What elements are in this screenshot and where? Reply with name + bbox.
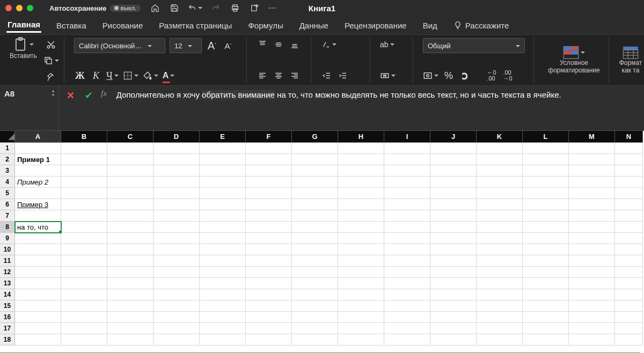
cell[interactable] — [523, 244, 569, 255]
cell[interactable] — [615, 312, 643, 323]
cell[interactable] — [200, 300, 246, 312]
cell[interactable] — [107, 176, 153, 188]
cell[interactable] — [615, 323, 643, 334]
fx-icon[interactable]: fx — [101, 89, 107, 98]
cell[interactable] — [615, 244, 643, 255]
cell[interactable] — [107, 255, 153, 267]
cell[interactable] — [15, 143, 61, 154]
tab-draw[interactable]: Рисование — [101, 19, 144, 32]
cell[interactable] — [292, 312, 338, 323]
cell[interactable]: на то, что — [15, 222, 61, 233]
cell[interactable] — [384, 222, 430, 233]
save-icon[interactable] — [169, 2, 180, 14]
cell[interactable]: Пример 1 — [15, 154, 61, 165]
home-icon[interactable] — [149, 2, 161, 14]
cell[interactable] — [292, 176, 338, 188]
cell[interactable] — [430, 255, 477, 267]
row-header[interactable]: 17 — [0, 323, 15, 334]
cell[interactable] — [569, 267, 615, 278]
column-header[interactable]: M — [569, 131, 615, 143]
cell[interactable] — [200, 199, 246, 210]
cell[interactable] — [477, 267, 523, 278]
tab-insert[interactable]: Вставка — [55, 19, 87, 32]
window-close-icon[interactable] — [5, 5, 12, 11]
cell[interactable] — [384, 334, 430, 345]
cell[interactable] — [15, 188, 61, 199]
cell[interactable] — [292, 289, 338, 300]
decrease-decimal-button[interactable]: .00→0 — [502, 69, 514, 82]
row-header[interactable]: 12 — [0, 267, 15, 278]
cell[interactable] — [107, 267, 153, 278]
cell[interactable] — [569, 199, 615, 210]
cell[interactable] — [61, 188, 107, 199]
cell[interactable] — [292, 267, 338, 278]
row-header[interactable]: 18 — [0, 334, 15, 345]
cell[interactable] — [430, 154, 477, 165]
cell[interactable] — [569, 143, 615, 154]
more-icon[interactable]: ⋯ — [268, 4, 276, 12]
cell[interactable] — [430, 165, 477, 176]
cell[interactable] — [246, 210, 292, 222]
cell[interactable] — [107, 300, 153, 312]
tab-home[interactable]: Главная — [6, 18, 41, 33]
conditional-formatting-button[interactable] — [563, 46, 585, 59]
cell[interactable] — [523, 199, 569, 210]
cell[interactable] — [338, 267, 384, 278]
row-header[interactable]: 11 — [0, 255, 15, 267]
cell[interactable] — [615, 154, 643, 165]
paste-button[interactable] — [13, 38, 34, 51]
cell[interactable] — [430, 267, 477, 278]
row-header[interactable]: 14 — [0, 289, 15, 300]
cell[interactable] — [523, 165, 569, 176]
cell[interactable] — [107, 312, 153, 323]
cell[interactable] — [569, 165, 615, 176]
select-all-corner[interactable] — [0, 131, 15, 143]
cell[interactable] — [430, 188, 477, 199]
cell[interactable] — [153, 300, 200, 312]
cell[interactable] — [569, 176, 615, 188]
cell[interactable] — [477, 176, 523, 188]
cell[interactable] — [615, 188, 643, 199]
cell[interactable] — [292, 255, 338, 267]
cell[interactable] — [246, 255, 292, 267]
cell[interactable] — [477, 165, 523, 176]
cell[interactable] — [292, 323, 338, 334]
cell[interactable] — [569, 222, 615, 233]
cell[interactable] — [430, 222, 477, 233]
cell[interactable]: Пример 2 — [15, 176, 61, 188]
cell[interactable] — [61, 244, 107, 255]
cell[interactable] — [523, 143, 569, 154]
cell[interactable] — [15, 334, 61, 345]
cell[interactable] — [107, 233, 153, 244]
column-header[interactable]: C — [107, 131, 153, 143]
share-icon[interactable] — [248, 2, 260, 14]
cell[interactable] — [569, 255, 615, 267]
cell[interactable] — [200, 312, 246, 323]
cell[interactable] — [246, 222, 292, 233]
cell[interactable] — [61, 267, 107, 278]
cell[interactable] — [15, 312, 61, 323]
align-bottom-button[interactable] — [289, 38, 301, 51]
cell[interactable] — [569, 289, 615, 300]
row-header[interactable]: 7 — [0, 210, 15, 222]
cell[interactable] — [477, 323, 523, 334]
row-header[interactable]: 15 — [0, 300, 15, 312]
cell[interactable] — [569, 210, 615, 222]
cell[interactable] — [153, 334, 200, 345]
column-header[interactable]: K — [477, 131, 523, 143]
cell[interactable] — [569, 154, 615, 165]
cell[interactable] — [15, 278, 61, 289]
column-header[interactable]: L — [523, 131, 569, 143]
align-left-button[interactable] — [257, 69, 268, 82]
cell[interactable] — [384, 300, 430, 312]
cell[interactable] — [61, 165, 107, 176]
cell[interactable] — [477, 143, 523, 154]
tab-review[interactable]: Рецензирование — [343, 19, 408, 32]
cell[interactable] — [523, 222, 569, 233]
namebox-spinner-icon[interactable]: ▲▼ — [51, 89, 55, 98]
cell[interactable] — [338, 255, 384, 267]
cell[interactable] — [246, 289, 292, 300]
wrap-text-button[interactable]: ab — [380, 38, 394, 51]
cell[interactable] — [338, 278, 384, 289]
cell[interactable] — [615, 233, 643, 244]
